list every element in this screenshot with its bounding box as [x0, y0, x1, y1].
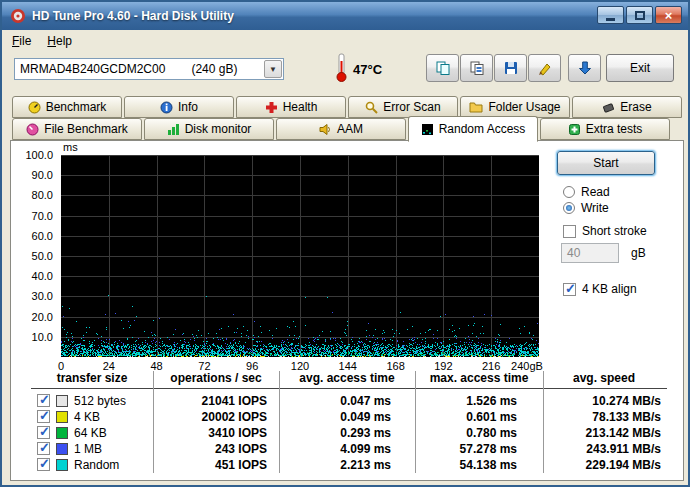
table-row: 512 bytes 21041 IOPS 0.047 ms 1.526 ms 1… [11, 393, 685, 409]
tab-error-scan[interactable]: Error Scan [348, 96, 458, 118]
series-color-swatch [56, 395, 68, 407]
tab-extra-tests[interactable]: Extra tests [540, 118, 670, 140]
chevron-down-icon: ▼ [264, 60, 282, 78]
table-row: Random 451 IOPS 2.213 ms 54.138 ms 229.1… [11, 457, 685, 473]
y-axis-labels: 10.020.030.040.050.060.070.080.090.0100.… [11, 155, 57, 357]
menu-file[interactable]: File [4, 32, 39, 50]
tab-aam[interactable]: AAM [276, 118, 406, 140]
thermometer-icon [335, 53, 348, 83]
align-option[interactable]: 4 KB align [563, 282, 637, 296]
save-icon [503, 60, 519, 76]
title-bar: HD Tune Pro 4.60 - Hard Disk Utility × [2, 2, 688, 30]
row-checkbox[interactable] [37, 410, 50, 423]
access-time-chart [61, 155, 539, 357]
info-icon [160, 101, 173, 114]
tab-row-2: File Benchmark Disk monitor AAM Random A… [12, 118, 684, 140]
table-row: 1 MB 243 IOPS 4.099 ms 57.278 ms 243.911… [11, 441, 685, 457]
header-operations: operations / sec [153, 371, 279, 385]
header-max-access: max. access time [415, 371, 543, 385]
series-color-swatch [56, 459, 68, 471]
app-window: HD Tune Pro 4.60 - Hard Disk Utility × F… [0, 0, 690, 487]
random-access-icon [421, 123, 434, 136]
tab-erase[interactable]: Erase [572, 96, 682, 118]
tab-row-1: Benchmark Info Health Error Scan Folder … [12, 96, 684, 118]
temperature-value: 47°C [353, 62, 382, 77]
y-axis-unit-label: ms [63, 141, 78, 153]
screenshot-button[interactable] [528, 54, 561, 82]
save-button[interactable] [494, 54, 527, 82]
table-row: 64 KB 3410 IOPS 0.293 ms 0.780 ms 213.14… [11, 425, 685, 441]
tab-file-benchmark[interactable]: File Benchmark [12, 118, 142, 140]
series-color-swatch [56, 443, 68, 455]
header-avg-speed: avg. speed [543, 371, 665, 385]
write-option[interactable]: Write [563, 201, 609, 215]
short-stroke-unit-label: gB [631, 246, 646, 260]
row-checkbox[interactable] [37, 442, 50, 455]
read-radio[interactable] [563, 186, 575, 198]
exit-button[interactable]: Exit [606, 54, 674, 82]
row-checkbox[interactable] [37, 426, 50, 439]
row-checkbox[interactable] [37, 394, 50, 407]
align-checkbox[interactable] [563, 283, 576, 296]
folder-icon [469, 101, 483, 113]
minimize-icon [606, 18, 615, 21]
benchmark-icon [28, 101, 41, 114]
short-stroke-size-field[interactable]: 40 [561, 243, 619, 263]
copy-button[interactable] [426, 54, 459, 82]
tab-health[interactable]: Health [236, 96, 346, 118]
menu-bar: File Help [2, 30, 688, 51]
close-icon: × [665, 9, 673, 22]
series-color-swatch [56, 411, 68, 423]
copy-icon [435, 60, 451, 76]
copy-page-icon [469, 60, 485, 76]
header-avg-access: avg. access time [279, 371, 415, 385]
start-button[interactable]: Start [557, 151, 655, 175]
magnifier-icon [365, 101, 378, 114]
tab-info[interactable]: Info [124, 96, 234, 118]
drive-selector[interactable]: MRMAD4B240GCDM2C00(240 gB) ▼ [14, 58, 284, 80]
short-stroke-checkbox[interactable] [563, 225, 576, 238]
extra-tests-icon [568, 123, 581, 136]
eraser-icon [602, 101, 615, 114]
tab-benchmark[interactable]: Benchmark [12, 96, 122, 118]
copy-page-button[interactable] [460, 54, 493, 82]
header-divider [31, 388, 667, 389]
close-button[interactable]: × [655, 6, 682, 24]
tab-random-access[interactable]: Random Access [408, 116, 538, 142]
short-stroke-option[interactable]: Short stroke [563, 224, 647, 238]
disk-monitor-icon [167, 123, 180, 136]
app-icon [10, 8, 26, 24]
tab-folder-usage[interactable]: Folder Usage [460, 96, 570, 118]
maximize-icon [635, 11, 645, 20]
window-title: HD Tune Pro 4.60 - Hard Disk Utility [32, 9, 234, 23]
download-button[interactable] [568, 54, 601, 82]
health-cross-icon [265, 101, 278, 114]
brush-icon [537, 60, 553, 76]
maximize-button[interactable] [626, 6, 653, 24]
drive-selector-value: MRMAD4B240GCDM2C00(240 gB) [15, 62, 264, 76]
menu-help[interactable]: Help [39, 32, 80, 50]
download-icon [577, 60, 593, 76]
series-color-swatch [56, 427, 68, 439]
minimize-button[interactable] [597, 6, 624, 24]
tab-spacer [672, 118, 684, 140]
file-benchmark-icon [26, 123, 39, 136]
row-checkbox[interactable] [37, 458, 50, 471]
table-row: 4 KB 20002 IOPS 0.049 ms 0.601 ms 78.133… [11, 409, 685, 425]
speaker-icon [319, 123, 332, 136]
read-option[interactable]: Read [563, 185, 610, 199]
chart-canvas [61, 155, 539, 357]
write-radio[interactable] [563, 202, 575, 214]
header-transfer-size: transfer size [31, 371, 153, 385]
random-access-page: ms 10.020.030.040.050.060.070.080.090.01… [10, 140, 684, 481]
tab-disk-monitor[interactable]: Disk monitor [144, 118, 274, 140]
